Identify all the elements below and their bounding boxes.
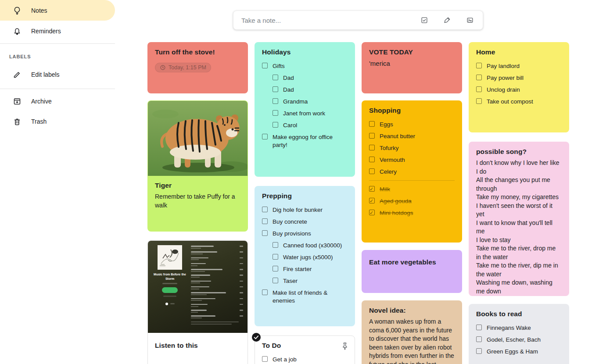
pin-icon[interactable] — [341, 342, 349, 350]
checklist-item[interactable]: Grandma — [255, 96, 355, 107]
checklist-item[interactable]: Dad — [255, 84, 355, 96]
checklist-item-label: Dad — [283, 74, 294, 82]
note-card-prepping[interactable]: Prepping Dig hole for bunker Buy concret… — [255, 186, 355, 326]
note-card-books-to-read[interactable]: Books to read Finnegans Wake Godel, Esch… — [469, 304, 569, 364]
checklist-item[interactable]: Aged gouda — [362, 195, 462, 207]
sidebar-item-reminders[interactable]: Reminders — [0, 21, 115, 41]
checkbox-icon[interactable] — [273, 75, 278, 80]
checkbox-icon[interactable] — [262, 218, 268, 224]
note-card-shopping[interactable]: Shopping Eggs Peanut butter Tofurky Verm… — [362, 100, 462, 243]
checkbox-icon[interactable] — [273, 86, 278, 92]
note-card-eat-more-vegetables[interactable]: Eat more vegetables — [362, 250, 462, 293]
checkbox-icon[interactable] — [476, 348, 482, 354]
checklist-item-label: Taser — [283, 277, 298, 285]
checklist-item[interactable]: Water jugs (x5000) — [255, 251, 355, 263]
note-card-vote-today[interactable]: VOTE TODAY 'merica — [362, 42, 462, 93]
checklist-item[interactable]: Canned food (x30000) — [255, 239, 355, 251]
checkbox-icon[interactable] — [476, 86, 482, 92]
checkbox-icon[interactable] — [262, 134, 268, 139]
sidebar-item-notes[interactable]: Notes — [0, 0, 115, 21]
reminder-chip[interactable]: Today, 1:15 PM — [155, 63, 211, 72]
new-drawing-icon[interactable] — [443, 16, 451, 24]
reminder-chip-label: Today, 1:15 PM — [169, 64, 206, 71]
track-row — [191, 251, 243, 254]
take-a-note-bar[interactable] — [233, 11, 483, 30]
checkbox-icon[interactable] — [273, 110, 278, 116]
checklist-item[interactable]: Pay power bill — [469, 72, 569, 84]
checkbox-checked-icon[interactable] — [369, 210, 375, 215]
checklist-item[interactable]: Janet from work — [255, 107, 355, 119]
sidebar-item-trash[interactable]: Trash — [0, 111, 115, 132]
checklist-item[interactable]: Taser — [255, 275, 355, 287]
checklist-item[interactable]: Carol — [255, 119, 355, 131]
checklist-item[interactable]: Dad — [255, 72, 355, 84]
checklist-item-label: Aged gouda — [380, 197, 412, 205]
checklist-item[interactable]: Fire starter — [255, 263, 355, 275]
checklist-item[interactable]: Take out compost — [469, 96, 569, 107]
checklist-item[interactable]: Make list of friends & enemies — [255, 287, 355, 307]
track-row — [191, 315, 243, 318]
checkbox-checked-icon[interactable] — [369, 186, 375, 192]
checkbox-icon[interactable] — [273, 254, 278, 260]
checkbox-icon[interactable] — [262, 356, 268, 362]
checkbox-icon[interactable] — [262, 207, 268, 212]
checklist-item[interactable]: Pay landlord — [469, 60, 569, 72]
checkbox-icon[interactable] — [262, 289, 268, 295]
checkbox-icon[interactable] — [476, 75, 482, 80]
take-a-note-input[interactable] — [240, 16, 420, 25]
checkbox-icon[interactable] — [369, 168, 375, 174]
note-card-possible-song[interactable]: possible song? I don't know why I love h… — [469, 142, 569, 296]
checkbox-icon[interactable] — [262, 230, 268, 236]
checklist-item[interactable]: Green Eggs & Ham — [469, 346, 569, 357]
checklist-item[interactable]: Eggs — [362, 118, 462, 130]
checkbox-icon[interactable] — [273, 242, 278, 248]
checklist-item[interactable]: Dig hole for bunker — [255, 204, 355, 216]
checkbox-icon[interactable] — [476, 336, 482, 342]
note-card-to-do[interactable]: To Do Get a job — [255, 335, 355, 364]
checkbox-icon[interactable] — [369, 145, 375, 150]
note-card-home[interactable]: Home Pay landlord Pay power bill Unclog … — [469, 42, 569, 132]
checkbox-checked-icon[interactable] — [369, 198, 375, 203]
new-list-icon[interactable] — [420, 16, 428, 24]
checkbox-icon[interactable] — [369, 157, 375, 162]
copyright-bar — [191, 321, 239, 322]
selected-check-badge[interactable] — [251, 332, 261, 342]
checkbox-icon[interactable] — [262, 63, 268, 68]
note-card-listen-to-this[interactable]: Music from Before the Storm Listen to th… — [147, 240, 248, 364]
checklist-item[interactable]: Buy provisions — [255, 228, 355, 239]
note-title: Eat more vegetables — [362, 250, 462, 268]
checkbox-icon[interactable] — [476, 63, 482, 68]
checklist-item[interactable]: Gifts — [255, 60, 355, 72]
note-card-tiger[interactable]: Tiger Remember to take Puffy for a walk — [147, 100, 248, 232]
checklist-item[interactable]: Unclog drain — [469, 84, 569, 96]
checkbox-icon[interactable] — [273, 266, 278, 271]
checklist-item-label: Mini hotdogs — [380, 209, 413, 217]
sidebar-item-edit-labels[interactable]: Edit labels — [0, 64, 115, 85]
checklist-item[interactable]: Buy concrete — [255, 216, 355, 228]
checklist-item[interactable]: Mini hotdogs — [362, 207, 462, 219]
checklist-item[interactable]: Finnegans Wake — [469, 322, 569, 334]
checklist-item[interactable]: Peanut butter — [362, 130, 462, 142]
note-card-novel-idea[interactable]: Novel idea: A woman wakes up from a coma… — [362, 300, 462, 364]
checkbox-icon[interactable] — [273, 122, 278, 128]
note-card-holidays[interactable]: Holidays Gifts Dad Dad Grandma Janet fro… — [255, 42, 355, 177]
sidebar-item-archive[interactable]: Archive — [0, 91, 115, 111]
checklist-item[interactable]: Milk — [362, 183, 462, 195]
checkbox-icon[interactable] — [476, 325, 482, 330]
checklist-item[interactable]: Celery — [362, 166, 462, 178]
checklist-item[interactable]: Vermouth — [362, 154, 462, 166]
note-card-turn-off-stove[interactable]: Turn off the stove! Today, 1:15 PM — [147, 42, 248, 93]
checkbox-icon[interactable] — [369, 133, 375, 139]
checklist-item[interactable]: Make eggnog for office party! — [255, 131, 355, 151]
checklist-item[interactable]: Godel, Escher, Bach — [469, 334, 569, 346]
checkbox-icon[interactable] — [273, 278, 278, 283]
checkbox-icon[interactable] — [476, 98, 482, 104]
checkbox-icon[interactable] — [273, 98, 278, 104]
checklist-item[interactable]: Tofurky — [362, 142, 462, 154]
checkbox-icon[interactable] — [369, 121, 375, 127]
new-image-icon[interactable] — [466, 16, 474, 24]
checklist-item-label: Buy concrete — [273, 218, 307, 226]
note-body: A woman wakes up from a coma 6,000 years… — [362, 316, 462, 364]
checklist-item-label: Green Eggs & Ham — [487, 348, 538, 356]
checklist-item[interactable]: Get a job — [255, 353, 355, 364]
